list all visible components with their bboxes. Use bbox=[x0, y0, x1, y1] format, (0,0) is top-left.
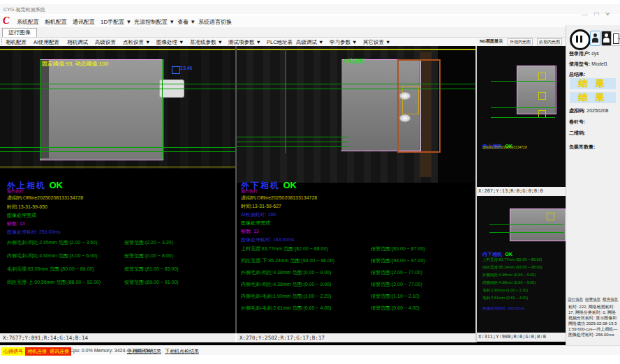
output-exec-label: 输出执行 bbox=[241, 188, 258, 195]
measurement-mini-line: 外侧间距:4.38mm (0.00 ~ 9.00) bbox=[482, 273, 536, 278]
camera-view-outer-upper[interactable]: 23.46 固定阈值:93, 动态阈值:100 外上相机 OK 输出执行 虚拟码… bbox=[0, 46, 235, 333]
measurement-alarm: 报警范围:(2.00 ~ 77.00) bbox=[371, 281, 422, 288]
measurement-alarm: 报警范围:(0.00 ~ 8.00) bbox=[124, 252, 173, 259]
measurement-mini-line: 内侧间距:4.38mm (0.00 ~ 9.00) bbox=[482, 280, 536, 285]
measurement-mini-line: 间距宽度:95.24mm (93.00 ~ 98.00) bbox=[482, 265, 542, 270]
tool-other-settings[interactable]: 其它设置 ▼ bbox=[363, 39, 391, 46]
menu-comm-config[interactable]: 通讯配置 bbox=[73, 18, 95, 26]
menu-system-config[interactable]: 系统配置 bbox=[17, 18, 39, 26]
menu-bar: C 系统配置 相机配置 通讯配置 1D手配置 ▼ 光源控制配置 ▼ 查看 ▼ 系… bbox=[0, 15, 620, 27]
coordinate-strip-left: X:7677;Y:891;R:14;G:14;B:14 bbox=[0, 333, 235, 342]
tool-test-params[interactable]: 测试项参数 ▼ bbox=[228, 39, 261, 46]
baseline-yellow-top bbox=[0, 49, 235, 50]
camera-name: 内下相机 bbox=[482, 252, 502, 257]
right-camera-column: 内上相机 OK 虚拟码:20250208133134728 X:267;Y:13… bbox=[477, 46, 566, 345]
lower-camera-check-link[interactable]: 下相机点检结果 bbox=[165, 348, 199, 355]
part-edge-shade bbox=[40, 60, 49, 158]
menu-light-config[interactable]: 光源控制配置 ▼ bbox=[134, 18, 175, 26]
side-panel: → 登录用户: cys 使用型号: Model1 总结果: 结 果 结 果 虚拟… bbox=[566, 25, 620, 345]
pause-icon bbox=[580, 36, 582, 43]
threshold-overlay-label: 固定阈值:93, 动态阈值:100 bbox=[42, 60, 108, 68]
measurement-row: 内侧毛刺-间距:4.60mm 范围:(3.00 ~ 6.00) 报警范围:(0.… bbox=[0, 252, 235, 259]
exit-arrow-icon: → bbox=[616, 35, 620, 41]
pause-button[interactable] bbox=[570, 29, 591, 50]
result-ok-label: OK bbox=[505, 252, 512, 257]
measure-line bbox=[237, 146, 348, 147]
tool-camera-config[interactable]: 相机配置 bbox=[6, 39, 27, 46]
measurement-row: 上料宽度:83.77mm 范围:(82.00 ~ 88.00) 报警范围:(83… bbox=[237, 245, 475, 252]
tab-outer-inner-view[interactable]: 外相内光图 bbox=[508, 38, 533, 45]
ai-elapsed-line: AI检测耗时: 166 bbox=[241, 211, 276, 218]
frame-count-line: 帧数: 13 bbox=[241, 228, 259, 235]
menu-language-switch[interactable]: 系统语言切换 bbox=[198, 18, 232, 26]
measure-line bbox=[491, 107, 555, 108]
heartbeat-badge: 心跳信号 bbox=[1, 347, 25, 356]
status-bar: 心跳信号 相机连接 通讯连接 Cpu: 0.0% Memory: 3424.41… bbox=[0, 345, 620, 355]
operator-button[interactable] bbox=[601, 31, 612, 46]
tool-ai-usage-config[interactable]: AI使用配置 bbox=[34, 39, 59, 46]
roi-box bbox=[172, 66, 180, 74]
tab-module-info[interactable]: 模块信息 bbox=[603, 297, 618, 302]
login-user-field: 登录用户: cys bbox=[569, 50, 599, 57]
frame-count-line: 帧数: 13 bbox=[7, 220, 25, 227]
measurement-alarm: 报警范围:(81.00 ~ 85.00) bbox=[124, 266, 179, 273]
virtual-code-line: 虚拟码:20250208133134728 bbox=[482, 145, 527, 149]
measurement-alarm: 报警范围:(94.00 ~ 97.00) bbox=[371, 257, 425, 264]
measurement-row: 间距宽度-上:90.56mm 范围:(88.00 ~ 92.00) 报警范围:(… bbox=[0, 279, 235, 286]
user-icon bbox=[605, 33, 608, 37]
tool-spot-check[interactable]: 点检设置 ▼ bbox=[123, 39, 151, 46]
measure-line-vertical bbox=[162, 59, 163, 159]
qr-code-field: 二维码: bbox=[569, 130, 585, 137]
machine-part-image bbox=[40, 59, 163, 160]
menu-view[interactable]: 查看 ▼ bbox=[177, 18, 195, 26]
tab-front-inner-view[interactable]: 前相内光图 bbox=[537, 38, 562, 45]
model-value: Model1 bbox=[591, 61, 607, 66]
measurement-row: 内侧毛刺-间距:4.38mm 范围:(0.00 ~ 9.00) 报警范围:(2.… bbox=[237, 281, 475, 288]
window-title: CYG-视觉检测系统 bbox=[3, 6, 45, 13]
tool-baseline-params[interactable]: 基准线参数 ▼ bbox=[190, 39, 223, 46]
logout-button[interactable]: → bbox=[611, 31, 620, 46]
reflective-glint bbox=[399, 92, 411, 100]
menu-camera-config[interactable]: 相机配置 bbox=[45, 18, 67, 26]
image-dark-region bbox=[438, 46, 475, 183]
ai-box-label: AI检测框 bbox=[343, 57, 365, 65]
upper-camera-check-link[interactable]: 上相机点检结果 bbox=[127, 348, 161, 355]
tab-count-field: 负极耳数量: bbox=[569, 144, 595, 151]
result-badge-1: 结 果 bbox=[570, 78, 616, 89]
camera-view-inner-lower[interactable]: 内下相机 OK 上料宽度:83.77mm (82.00 ~ 88.00) 间距宽… bbox=[477, 196, 566, 333]
measurement-row: 内侧毛刺-毛刺:1.90mm 范围:(1.00 ~ 2.20) 报警范围:(1.… bbox=[237, 293, 475, 300]
measure-line bbox=[0, 84, 235, 84]
measure-line bbox=[0, 151, 235, 152]
tab-run-info[interactable]: 运行信息 bbox=[568, 297, 583, 302]
measure-line-vertical bbox=[285, 49, 286, 153]
tab-run-image[interactable]: 运行图像 bbox=[2, 28, 37, 37]
runtime-info-text: 耗时: 222, 网络检测耗时: 17, 网络分类耗时: 0, 网络视频分区耗时… bbox=[568, 304, 618, 338]
tool-plc-address[interactable]: PLC地址表 bbox=[267, 39, 293, 46]
tool-learn-params[interactable]: 学习参数 ▼ bbox=[330, 39, 357, 46]
measurement-row: 毛刺宽度:83.05mm 范围:(80.00 ~ 86.00) 报警范围:(81… bbox=[0, 266, 235, 273]
tool-camera-debug[interactable]: 相机调试 bbox=[67, 39, 88, 46]
measurement-text: 内侧毛刺-间距:4.38mm 范围:(0.00 ~ 9.00) bbox=[241, 281, 331, 288]
measurement-text: 外侧毛刺-间距:4.38mm 范围:(0.00 ~ 9.00) bbox=[241, 269, 331, 276]
measurement-mini-line: 毛刺:1.90mm (1.00 ~ 2.20) bbox=[482, 288, 528, 293]
tab-ng-display[interactable]: NG画面显示 bbox=[478, 38, 504, 44]
process-done-line: 图像处理完成 bbox=[241, 220, 270, 227]
measurement-text: 内侧毛刺-间距:4.60mm 范围:(3.00 ~ 6.00) bbox=[7, 252, 97, 259]
tab-alarm-info[interactable]: 报警信息 bbox=[585, 297, 600, 302]
measure-line bbox=[237, 137, 348, 137]
tool-advanced-debug[interactable]: 高级调试 ▼ bbox=[296, 39, 324, 46]
virtual-code-value: 20250208 bbox=[586, 108, 608, 113]
measure-line bbox=[489, 232, 564, 233]
tool-image-process[interactable]: 图像处理 ▼ bbox=[156, 39, 184, 46]
elapsed-line: 图像处理耗时: 256.00ms bbox=[7, 229, 61, 236]
user-switch-button[interactable] bbox=[590, 31, 600, 46]
user-icon-body bbox=[592, 38, 598, 43]
title-bar: CYG-视觉检测系统 bbox=[0, 4, 620, 14]
process-done-line: 图像处理完成 bbox=[7, 212, 36, 219]
camera-view-inner-upper[interactable]: 内上相机 OK 虚拟码:20250208133134728 bbox=[477, 46, 566, 187]
menu-hand-config[interactable]: 1D手配置 ▼ bbox=[101, 18, 131, 26]
measure-line-vertical bbox=[40, 59, 40, 159]
camera-conn-badge: 相机连接 bbox=[25, 347, 49, 356]
tool-advanced-setting[interactable]: 高级设置 bbox=[95, 39, 116, 46]
camera-view-outer-lower[interactable]: AI检测框 外下相机 OK 输出执行 虚拟码:Offline2025020813… bbox=[237, 46, 475, 333]
